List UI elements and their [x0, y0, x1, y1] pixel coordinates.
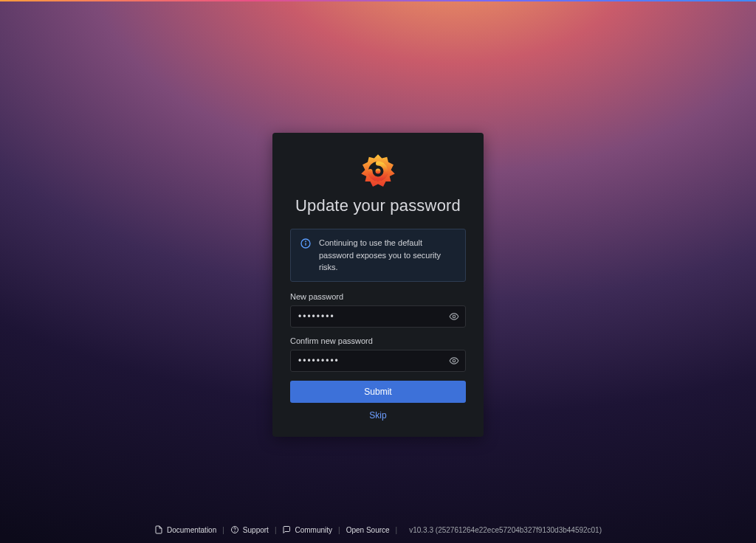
footer-support-link[interactable]: Support — [230, 525, 269, 534]
alert-text: Continuing to use the default password e… — [319, 237, 456, 274]
svg-point-8 — [235, 531, 236, 532]
toggle-visibility-button[interactable] — [447, 353, 461, 368]
footer-documentation-link[interactable]: Documentation — [154, 525, 216, 534]
eye-icon — [449, 311, 459, 322]
separator: | — [338, 526, 340, 534]
confirm-password-label: Confirm new password — [290, 336, 466, 345]
document-icon — [154, 525, 163, 534]
eye-icon — [449, 356, 459, 366]
svg-point-5 — [453, 315, 456, 318]
footer-open-source-link[interactable]: Open Source — [346, 526, 390, 534]
separator: | — [275, 526, 277, 534]
submit-button[interactable]: Submit — [290, 381, 466, 403]
footer-community-link[interactable]: Community — [282, 525, 332, 534]
svg-point-6 — [453, 359, 456, 362]
new-password-field: New password — [290, 292, 466, 328]
separator: | — [222, 526, 224, 534]
footer: Documentation | Support | Community | Op… — [0, 525, 756, 534]
svg-point-1 — [376, 169, 381, 174]
page-title: Update your password — [290, 196, 466, 215]
info-icon — [300, 238, 312, 249]
new-password-label: New password — [290, 292, 466, 301]
separator: | — [396, 526, 398, 534]
support-icon — [230, 525, 239, 534]
top-gradient-bar — [0, 0, 756, 1]
security-warning-alert: Continuing to use the default password e… — [290, 229, 466, 282]
confirm-password-input[interactable] — [290, 350, 466, 372]
version-text: v10.3.3 (252761264e22ece57204b327f9130d3… — [409, 526, 602, 534]
update-password-card: Update your password Continuing to use t… — [272, 133, 484, 437]
confirm-password-field: Confirm new password — [290, 336, 466, 372]
skip-button[interactable]: Skip — [290, 410, 466, 421]
community-icon — [282, 525, 291, 534]
toggle-visibility-button[interactable] — [447, 309, 461, 324]
svg-point-4 — [306, 241, 306, 242]
grafana-logo-icon — [357, 151, 399, 192]
new-password-input[interactable] — [290, 305, 466, 328]
